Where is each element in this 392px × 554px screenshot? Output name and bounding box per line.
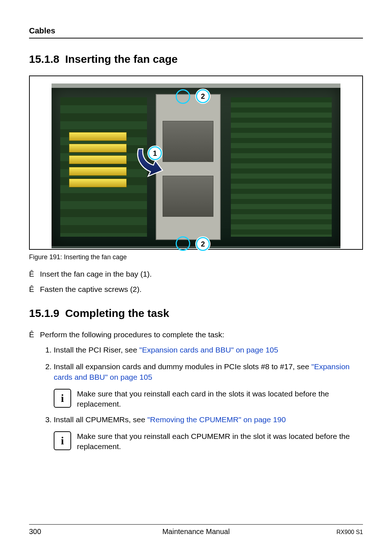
item-text: Install all expansion cards and dummy mo… — [54, 362, 311, 371]
footer-title: Maintenance Manual — [102, 527, 290, 536]
warning-label — [69, 144, 127, 152]
procedure-step: Ê Perform the following procedures to co… — [29, 330, 363, 340]
warning-label — [69, 167, 127, 176]
step-text: Insert the fan cage in the bay (1). — [40, 269, 152, 279]
info-icon: i — [54, 431, 71, 450]
figure-frame: 2 2 1 — [29, 76, 363, 250]
list-item: Install the PCI Riser, see "Expansion ca… — [54, 345, 363, 355]
callout-ring — [176, 236, 190, 251]
dimm-area — [231, 97, 332, 237]
section-title: Completing the task — [65, 307, 169, 319]
callout-marker-1: 1 — [148, 146, 162, 160]
numbered-list: Install all CPUMEMRs, see "Removing the … — [29, 415, 363, 425]
section-heading: 15.1.9Completing the task — [29, 307, 363, 319]
warning-label — [69, 155, 127, 164]
callout-marker-2-bottom: 2 — [196, 237, 210, 251]
server-board-photo: 2 2 1 — [52, 83, 340, 248]
warning-labels — [69, 132, 127, 190]
warning-label — [69, 179, 127, 187]
info-text: Make sure that you reinstall each card i… — [77, 389, 363, 410]
step-text: Perform the following procedures to comp… — [40, 330, 224, 340]
page: Cables 15.1.8Inserting the fan cage 2 — [0, 0, 392, 554]
fan-slot — [163, 121, 213, 162]
cross-reference-link[interactable]: "Expansion cards and BBU" on page 105 — [139, 346, 278, 354]
procedure-step: Ê Fasten the captive screws (2). — [29, 284, 363, 294]
procedure-step: Ê Insert the fan cage in the bay (1). — [29, 269, 363, 279]
cross-reference-link[interactable]: "Removing the CPUMEMR" on page 190 — [147, 415, 286, 424]
info-text: Make sure that you reinstall each CPUMEM… — [77, 431, 363, 452]
info-note: i Make sure that you reinstall each CPUM… — [54, 431, 363, 452]
step-bullet-icon: Ê — [29, 269, 40, 279]
step-bullet-icon: Ê — [29, 330, 40, 340]
running-header: Cables — [29, 26, 363, 38]
section-number: 15.1.8 — [29, 53, 59, 65]
footer-model: RX900 S1 — [290, 529, 363, 535]
figure-caption: Figure 191: Inserting the fan cage — [29, 253, 363, 261]
page-number: 300 — [29, 527, 102, 536]
section-heading: 15.1.8Inserting the fan cage — [29, 53, 363, 65]
item-text: Install the PCI Riser, see — [54, 346, 139, 354]
info-note: i Make sure that you reinstall each card… — [54, 389, 363, 410]
section-title: Inserting the fan cage — [65, 53, 177, 65]
numbered-list: Install the PCI Riser, see "Expansion ca… — [29, 345, 363, 382]
warning-label — [69, 132, 127, 141]
info-icon: i — [54, 389, 71, 408]
list-item: Install all expansion cards and dummy mo… — [54, 362, 363, 382]
section-number: 15.1.9 — [29, 307, 59, 319]
page-footer: 300 Maintenance Manual RX900 S1 — [29, 524, 363, 536]
step-text: Fasten the captive screws (2). — [40, 284, 142, 294]
list-item: Install all CPUMEMRs, see "Removing the … — [54, 415, 363, 425]
fan-cage-bay — [156, 94, 221, 240]
step-bullet-icon: Ê — [29, 284, 40, 294]
item-text: Install all CPUMEMRs, see — [54, 415, 147, 424]
fan-slot — [163, 176, 213, 217]
